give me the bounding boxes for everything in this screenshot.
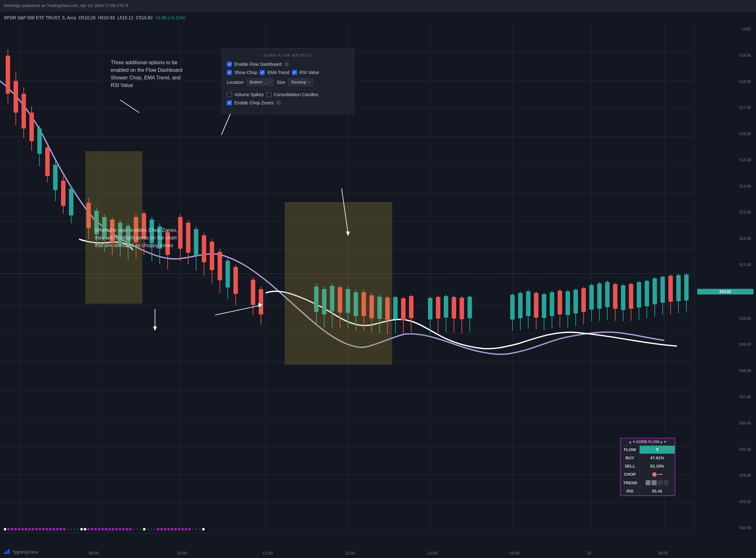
chart-header: SPDR S&P 500 ETF TRUST, 5, Arca O510.26 … <box>0 11 190 24</box>
chop-dot <box>652 472 657 477</box>
enable-flow-info[interactable]: i <box>284 62 289 67</box>
symbol-label: SPDR S&P 500 ETF TRUST, 5, Arca <box>4 15 76 20</box>
trend-block-4 <box>664 480 669 485</box>
dot-x-2: × <box>70 528 72 531</box>
consolidation-checkbox[interactable] <box>266 92 271 97</box>
panel-title: GORB FLOW METRICS <box>227 53 349 57</box>
panel-divider <box>227 89 349 90</box>
dot-14 <box>52 528 55 531</box>
dot-38 <box>174 528 177 531</box>
dot-22 <box>94 528 97 531</box>
current-price: 510.82 <box>697 289 754 295</box>
dot-0 <box>4 528 6 531</box>
dot-w3 <box>84 528 86 531</box>
dot-5 <box>21 528 24 531</box>
dot-20 <box>87 528 90 531</box>
dots-row: × × × × × × × × × × × × × <box>0 526 694 532</box>
price-516: 516.00 <box>697 132 754 136</box>
svg-rect-34 <box>29 112 34 141</box>
change-label: +0.56 (+0.11%) <box>155 15 186 20</box>
close-label: C510.82 <box>136 15 153 20</box>
sell-value: 52.19% <box>639 462 675 470</box>
enable-flow-dashboard-row: ✓ Enable Flow Dashboard i <box>227 62 349 67</box>
location-dropdown[interactable]: Bottom ... ▾ <box>246 78 274 86</box>
show-chop-checkbox[interactable]: ✓ <box>227 70 232 75</box>
time-1100: 11:00 <box>262 551 273 556</box>
enable-flow-checkbox[interactable]: ✓ <box>227 62 232 67</box>
svg-rect-156 <box>629 284 633 309</box>
svg-rect-84 <box>251 280 255 305</box>
svg-rect-108 <box>393 297 398 319</box>
trend-block-1 <box>646 480 651 485</box>
dot-34 <box>160 528 163 531</box>
dot-29 <box>119 528 121 531</box>
dot-x-12: × <box>195 528 198 531</box>
tradingview-logo: TradingView <box>4 549 38 555</box>
rsi-value-checkbox[interactable]: ✓ <box>292 70 297 75</box>
enable-chop-zones-checkbox[interactable]: ✓ <box>227 100 232 105</box>
chop-dash <box>658 474 662 475</box>
dot-x-1: × <box>67 528 69 531</box>
price-514: 514.00 <box>697 184 754 188</box>
open-label: O510.26 <box>78 15 96 20</box>
svg-rect-160 <box>645 281 649 306</box>
show-chop-label: Show Chop <box>234 70 257 75</box>
low-label: L510.12 <box>117 15 133 20</box>
dot-x-10: × <box>153 528 156 531</box>
tv-logo-icon <box>4 549 10 555</box>
svg-rect-181 <box>6 551 7 554</box>
size-dropdown[interactable]: Desktop ▾ <box>288 78 313 86</box>
dot-x-4: × <box>77 528 79 531</box>
dot-w4 <box>143 528 146 531</box>
svg-rect-168 <box>676 275 681 301</box>
svg-rect-122 <box>460 298 464 319</box>
dot-39 <box>178 528 180 531</box>
time-0905: 09:05 <box>89 551 99 556</box>
dot-1 <box>7 528 10 531</box>
svg-rect-78 <box>218 252 222 280</box>
ema-trend-checkbox[interactable]: ✓ <box>260 70 265 75</box>
top-bar-text: GorbAlgo published on TradingView.com, A… <box>4 3 128 8</box>
svg-rect-40 <box>53 165 57 190</box>
time-axis: 12 09:05 10:00 11:00 12:00 13:00 14:00 1… <box>0 533 694 558</box>
chop-zones-info[interactable]: i <box>276 100 281 105</box>
svg-rect-86 <box>259 289 263 314</box>
chop-value <box>639 471 675 478</box>
location-label: Location <box>227 80 244 85</box>
svg-rect-114 <box>428 298 432 320</box>
enable-chop-zones-label: Enable Chop Zones <box>234 100 274 105</box>
svg-rect-128 <box>518 293 523 318</box>
volume-spikes-checkbox[interactable] <box>227 92 232 97</box>
price-503: 503.00 <box>697 500 754 504</box>
dot-24 <box>101 528 104 531</box>
settings-panel: GORB FLOW METRICS ✓ Enable Flow Dashboar… <box>221 48 354 114</box>
svg-rect-38 <box>45 147 50 176</box>
price-505: 505.00 <box>697 447 754 452</box>
price-515: 515.00 <box>697 158 754 162</box>
price-513: 513.00 <box>697 210 754 214</box>
time-1000: 10:00 <box>177 551 187 556</box>
enable-flow-label: Enable Flow Dashboard <box>234 62 281 67</box>
dot-33 <box>157 528 159 531</box>
trend-block-3 <box>658 480 663 485</box>
dot-x-8: × <box>147 528 149 531</box>
price-504: 504.00 <box>697 473 754 478</box>
svg-rect-146 <box>589 285 594 310</box>
sell-label: SELL <box>621 462 639 470</box>
dot-x-7: × <box>140 528 142 531</box>
svg-rect-144 <box>581 288 586 312</box>
consolidation-label: Consolidation Candles <box>274 92 318 97</box>
trend-block-2 <box>652 480 657 485</box>
svg-rect-124 <box>468 297 472 318</box>
flow-row-trend: TREND <box>621 479 675 487</box>
dot-11 <box>42 528 45 531</box>
chart-area: Three additional options to be enabled o… <box>0 24 694 533</box>
price-506: 506.00 <box>697 421 754 426</box>
flow-row-buy: BUY 47.81% <box>621 454 675 462</box>
ema-trend-label: EMA Trend <box>267 70 289 75</box>
top-bar: GorbAlgo published on TradingView.com, A… <box>0 0 756 11</box>
svg-rect-28 <box>6 56 10 94</box>
svg-rect-116 <box>436 297 440 319</box>
dot-6 <box>25 528 27 531</box>
svg-rect-182 <box>8 549 9 554</box>
